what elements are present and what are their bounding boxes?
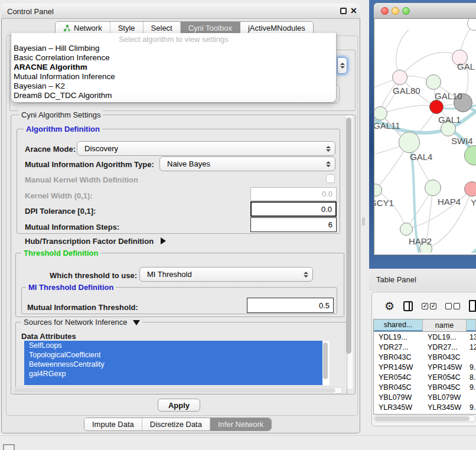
- window-minimize-icon[interactable]: [392, 7, 399, 15]
- window-zoom-icon[interactable]: [402, 7, 410, 15]
- window-close-icon[interactable]: [381, 7, 389, 15]
- mi-steps-field[interactable]: 6: [250, 217, 337, 232]
- table-row[interactable]: YLR345W YLR345W 9.: [374, 402, 476, 412]
- spinner-arrows-icon: [325, 146, 331, 152]
- mi-threshold-field[interactable]: 0.5: [247, 298, 334, 313]
- table-row[interactable]: YIL052C YIL052C 9: [374, 412, 476, 415]
- dropdown-items: Bayesian – Hill ClimbingBasic Correlatio…: [11, 44, 336, 100]
- dpi-tolerance-label: DPI Tolerance [0,1]:: [25, 207, 96, 216]
- document-icon[interactable]: [469, 300, 476, 312]
- list-vscrollbar-thumb[interactable]: [323, 343, 328, 379]
- hub-definition-expander[interactable]: Hub/Transcription Factor Definition: [25, 237, 166, 246]
- float-panel-icon[interactable]: [340, 8, 347, 14]
- tab-label: Network: [74, 24, 102, 32]
- node-label: GAL: [457, 61, 475, 71]
- which-threshold-combobox[interactable]: MI Threshold: [139, 267, 313, 282]
- list-item[interactable]: SelfLoops: [24, 341, 322, 350]
- close-icon[interactable]: ✕: [350, 6, 357, 15]
- tab-discretize-data[interactable]: Discretize Data: [142, 418, 210, 431]
- node-label: GAL4: [410, 152, 432, 162]
- node-label: Y: [471, 197, 476, 207]
- control-panel-title: Control Panel: [7, 7, 54, 16]
- dropdown-item[interactable]: Dream8 DC_TDC Algorithm: [11, 91, 336, 100]
- list-item[interactable]: BetweennessCentrality: [24, 360, 322, 369]
- algorithm-combobox-arrow[interactable]: [337, 57, 347, 74]
- deselect-all-icon[interactable]: [445, 303, 460, 309]
- aracne-mode-combobox[interactable]: Discovery: [77, 141, 335, 156]
- which-threshold-label: Which threshold to use:: [50, 271, 137, 280]
- network-node-gal1[interactable]: [429, 100, 444, 114]
- column-header-shared-name[interactable]: shared...: [374, 319, 423, 331]
- network-node-gal80[interactable]: [392, 70, 407, 85]
- list-item[interactable]: gal4RGexp: [24, 369, 322, 379]
- table-header-row: shared... name: [374, 319, 476, 332]
- dropdown-item[interactable]: ARACNE Algorithm: [11, 63, 336, 72]
- column-header-name[interactable]: name: [423, 319, 467, 331]
- table-row[interactable]: YPR145W YPR145W 9.: [374, 362, 476, 372]
- column-header-partial[interactable]: [467, 319, 476, 331]
- mi-type-combobox[interactable]: Naive Bayes: [159, 156, 335, 171]
- docked-panel-icon[interactable]: [3, 444, 15, 450]
- tab-impute-data[interactable]: Impute Data: [84, 418, 142, 431]
- tab-network[interactable]: Network: [56, 22, 110, 34]
- splitpane-divider[interactable]: [362, 217, 365, 226]
- mi-steps-label: Mutual Information Steps:: [25, 223, 119, 231]
- table-row[interactable]: YDL19... YDL19... 13: [374, 332, 476, 342]
- apply-button[interactable]: Apply: [158, 399, 200, 412]
- tab-style[interactable]: Style: [110, 22, 144, 34]
- spinner-arrows-icon: [340, 63, 345, 69]
- network-node-y[interactable]: [464, 181, 476, 197]
- tab-select[interactable]: Select: [144, 22, 181, 34]
- node-label: GAL10: [435, 91, 462, 101]
- settings-hscrollbar[interactable]: [13, 387, 343, 394]
- dropdown-item[interactable]: Basic Correlation Inference: [11, 53, 336, 63]
- network-icon: [63, 24, 71, 32]
- manual-kernel-label: Manual Kernel Width Definition: [25, 175, 138, 184]
- network-window-titlebar[interactable]: [374, 3, 476, 19]
- table-row[interactable]: YER054C YER054C 8.: [374, 372, 476, 382]
- node-label: GAL11: [374, 120, 400, 131]
- table-hscrollbar[interactable]: [374, 415, 476, 422]
- spinner-arrows-icon: [303, 272, 309, 278]
- mi-threshold-title: MI Threshold Definition: [26, 283, 116, 292]
- tab-infer-network[interactable]: Infer Network: [210, 418, 271, 431]
- gear-icon[interactable]: ⚙: [384, 301, 395, 312]
- node-table: shared... name YDL19... YDL19... 13 YDR2…: [373, 319, 476, 415]
- network-node-gal10[interactable]: [426, 74, 441, 90]
- node-label: GCY1: [374, 198, 394, 208]
- manual-kernel-checkbox[interactable]: [326, 174, 335, 183]
- algorithm-definition-title: Algorithm Definition: [24, 125, 102, 133]
- table-rows: YDL19... YDL19... 13 YDR27... YDR27... 1…: [374, 332, 476, 415]
- tab-cyni-toolbox[interactable]: Cyni Toolbox: [181, 22, 240, 34]
- network-node-hap2[interactable]: [400, 223, 413, 236]
- dropdown-prompt: Select algorithm to view settings: [11, 33, 336, 44]
- sources-title[interactable]: Sources for Network Inference: [21, 318, 142, 327]
- kernel-width-label: Kernel Width (0,1):: [25, 191, 93, 200]
- settings-vscrollbar-thumb[interactable]: [346, 118, 351, 354]
- network-canvas[interactable]: GAL GAL80 GAL10 GAL1 GAL11 SWI4 GAL4 GCY…: [374, 19, 476, 253]
- data-attributes-label: Data Attributes: [21, 332, 76, 341]
- list-item[interactable]: TopologicalCoefficient: [24, 350, 322, 360]
- split-columns-icon[interactable]: [403, 301, 413, 311]
- table-row[interactable]: YBR043C YBR043C: [374, 352, 476, 362]
- node-label: GAL1: [438, 115, 461, 125]
- expanded-arrow-icon[interactable]: [133, 320, 140, 325]
- select-all-icon[interactable]: ✓✓: [422, 303, 436, 309]
- algorithm-dropdown-popup: Select algorithm to view settings Bayesi…: [11, 33, 337, 103]
- table-row[interactable]: YBL079W YBL079W: [374, 392, 476, 402]
- list-item[interactable]: [24, 379, 322, 385]
- network-node-gal4[interactable]: [399, 132, 420, 153]
- kernel-width-field[interactable]: 0.0: [250, 187, 337, 201]
- bottom-tabbar: Impute Data Discretize Data Infer Networ…: [84, 418, 272, 431]
- collapsed-arrow-icon[interactable]: [161, 237, 166, 244]
- table-row[interactable]: YBR045C YBR045C 9.: [374, 382, 476, 392]
- node-label: HAP2: [409, 236, 432, 246]
- dpi-tolerance-field[interactable]: 0.0: [250, 201, 337, 217]
- dropdown-item[interactable]: Bayesian – Hill Climbing: [11, 44, 336, 53]
- mi-type-label: Mutual Information Algorithm Type:: [25, 160, 154, 169]
- table-row[interactable]: YDR27... YDR27... 12: [374, 342, 476, 352]
- dropdown-item[interactable]: Bayesian – K2: [11, 81, 336, 91]
- dropdown-item[interactable]: Mutual Information Inference: [11, 72, 336, 81]
- network-node-hap4[interactable]: [425, 180, 441, 196]
- tab-jactivemnodules[interactable]: jActiveMNodules: [240, 22, 313, 34]
